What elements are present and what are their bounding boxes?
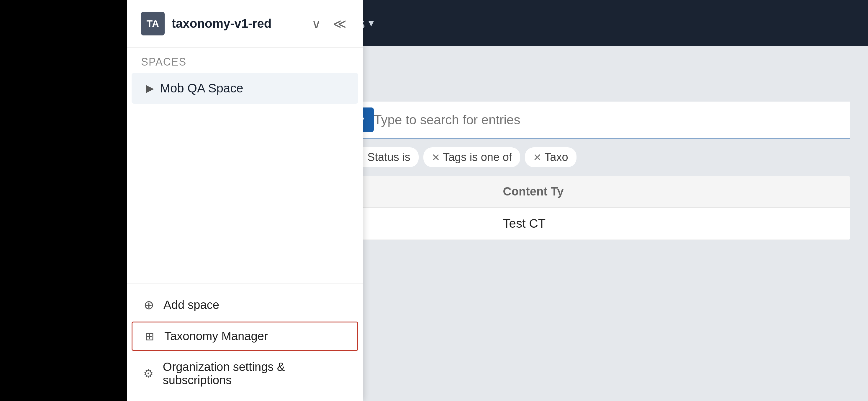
sidebar-panel: TA taxonomy-v1-red ∨ ≪ Spaces ▶ Mob QA S… xyxy=(127,0,363,401)
panel-header: TA taxonomy-v1-red ∨ ≪ xyxy=(127,0,363,48)
org-name: taxonomy-v1-red xyxy=(172,17,272,31)
col-content-type: Content Ty xyxy=(491,176,850,207)
org-settings-button[interactable]: ⚙ Organization settings & subscriptions xyxy=(127,352,363,395)
left-black-area xyxy=(0,0,127,401)
sidebar-item-mob-qa-space[interactable]: ▶ Mob QA Space xyxy=(132,73,358,104)
space-arrow-icon: ▶ xyxy=(146,82,154,94)
chip-label: Tags is one of xyxy=(443,151,512,164)
filter-chip-taxo[interactable]: ✕ Taxo xyxy=(525,147,576,167)
taxonomy-manager-button[interactable]: ⊞ Taxonomy Manager xyxy=(132,321,358,351)
taxonomy-manager-label: Taxonomy Manager xyxy=(164,330,268,343)
chip-x-icon[interactable]: ✕ xyxy=(432,151,440,163)
org-settings-label: Organization settings & subscriptions xyxy=(163,360,349,387)
search-input[interactable] xyxy=(374,113,536,127)
apps-chevron-icon: ▾ xyxy=(369,17,374,29)
chip-label: Status is xyxy=(367,151,410,164)
taxonomy-icon: ⊞ xyxy=(142,330,157,343)
panel-header-left: TA taxonomy-v1-red xyxy=(141,12,272,35)
cell-content-type: Test CT xyxy=(491,207,850,240)
chip-label: Taxo xyxy=(544,151,568,164)
add-space-button[interactable]: ⊕ Add space xyxy=(127,289,363,320)
gear-icon: ⚙ xyxy=(141,367,156,380)
chevron-down-icon[interactable]: ∨ xyxy=(309,14,323,34)
panel-bottom: ⊕ Add space ⊞ Taxonomy Manager ⚙ Organiz… xyxy=(127,283,363,401)
spaces-label: Spaces xyxy=(127,48,363,72)
panel-header-right: ∨ ≪ xyxy=(309,14,349,34)
org-avatar: TA xyxy=(141,12,165,35)
add-space-label: Add space xyxy=(163,298,219,312)
space-name: Mob QA Space xyxy=(160,81,243,95)
close-icon[interactable]: ≪ xyxy=(331,14,349,34)
filter-chip-tags[interactable]: ✕ Tags is one of xyxy=(423,147,520,167)
chip-x-icon[interactable]: ✕ xyxy=(533,151,541,163)
add-circle-icon: ⊕ xyxy=(141,298,156,312)
